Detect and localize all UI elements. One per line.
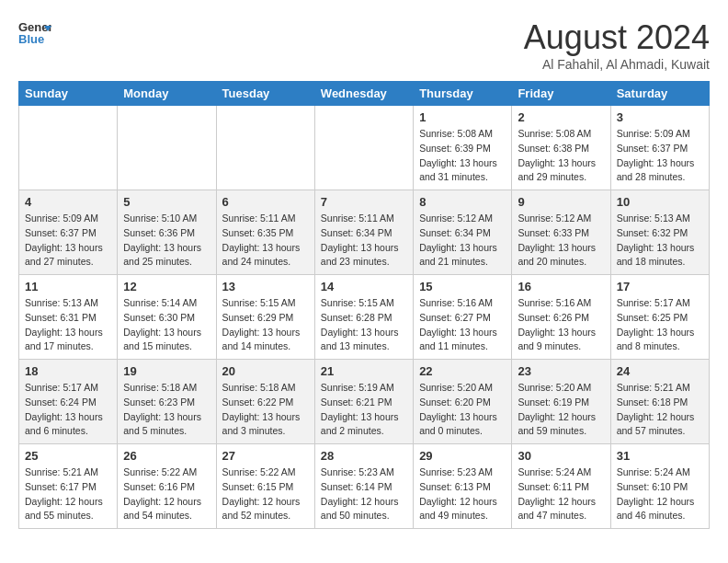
- day-number: 12: [123, 280, 210, 293]
- day-info: Sunrise: 5:08 AM Sunset: 6:38 PM Dayligh…: [518, 127, 604, 185]
- day-cell-21: 21Sunrise: 5:19 AM Sunset: 6:21 PM Dayli…: [314, 360, 413, 444]
- day-number: 25: [25, 449, 111, 463]
- week-row: 11Sunrise: 5:13 AM Sunset: 6:31 PM Dayli…: [19, 275, 710, 360]
- day-number: 17: [617, 280, 703, 293]
- day-info: Sunrise: 5:13 AM Sunset: 6:32 PM Dayligh…: [617, 212, 703, 270]
- day-info: Sunrise: 5:08 AM Sunset: 6:39 PM Dayligh…: [419, 127, 506, 185]
- day-info: Sunrise: 5:09 AM Sunset: 6:37 PM Dayligh…: [617, 127, 703, 185]
- day-number: 1: [419, 110, 506, 124]
- day-number: 14: [321, 280, 407, 293]
- day-cell-12: 12Sunrise: 5:14 AM Sunset: 6:30 PM Dayli…: [118, 275, 216, 360]
- day-number: 21: [321, 364, 407, 378]
- calendar-table: SundayMondayTuesdayWednesdayThursdayFrid…: [18, 81, 710, 529]
- day-cell-empty: [314, 106, 413, 190]
- day-cell-29: 29Sunrise: 5:23 AM Sunset: 6:13 PM Dayli…: [414, 444, 512, 529]
- day-info: Sunrise: 5:24 AM Sunset: 6:11 PM Dayligh…: [518, 465, 604, 523]
- day-cell-4: 4Sunrise: 5:09 AM Sunset: 6:37 PM Daylig…: [19, 190, 118, 275]
- day-cell-20: 20Sunrise: 5:18 AM Sunset: 6:22 PM Dayli…: [216, 360, 314, 444]
- day-info: Sunrise: 5:21 AM Sunset: 6:17 PM Dayligh…: [25, 465, 111, 523]
- day-number: 6: [222, 195, 309, 209]
- day-cell-28: 28Sunrise: 5:23 AM Sunset: 6:14 PM Dayli…: [314, 444, 413, 529]
- day-header-saturday: Saturday: [610, 82, 709, 106]
- day-cell-15: 15Sunrise: 5:16 AM Sunset: 6:27 PM Dayli…: [414, 275, 512, 360]
- day-number: 24: [617, 364, 703, 378]
- day-info: Sunrise: 5:20 AM Sunset: 6:20 PM Dayligh…: [419, 381, 506, 439]
- day-cell-13: 13Sunrise: 5:15 AM Sunset: 6:29 PM Dayli…: [216, 275, 314, 360]
- day-info: Sunrise: 5:18 AM Sunset: 6:22 PM Dayligh…: [222, 381, 309, 439]
- day-number: 9: [518, 195, 604, 209]
- day-cell-14: 14Sunrise: 5:15 AM Sunset: 6:28 PM Dayli…: [314, 275, 413, 360]
- day-cell-8: 8Sunrise: 5:12 AM Sunset: 6:34 PM Daylig…: [414, 190, 512, 275]
- day-cell-5: 5Sunrise: 5:10 AM Sunset: 6:36 PM Daylig…: [118, 190, 216, 275]
- day-info: Sunrise: 5:13 AM Sunset: 6:31 PM Dayligh…: [25, 296, 111, 354]
- day-number: 4: [25, 195, 111, 209]
- day-cell-24: 24Sunrise: 5:21 AM Sunset: 6:18 PM Dayli…: [610, 360, 709, 444]
- day-info: Sunrise: 5:09 AM Sunset: 6:37 PM Dayligh…: [25, 212, 111, 270]
- week-row: 1Sunrise: 5:08 AM Sunset: 6:39 PM Daylig…: [19, 106, 710, 190]
- day-info: Sunrise: 5:11 AM Sunset: 6:34 PM Dayligh…: [321, 212, 407, 270]
- day-number: 18: [25, 364, 111, 378]
- day-cell-26: 26Sunrise: 5:22 AM Sunset: 6:16 PM Dayli…: [118, 444, 216, 529]
- day-cell-7: 7Sunrise: 5:11 AM Sunset: 6:34 PM Daylig…: [314, 190, 413, 275]
- day-info: Sunrise: 5:22 AM Sunset: 6:15 PM Dayligh…: [222, 465, 309, 523]
- day-header-wednesday: Wednesday: [314, 82, 413, 106]
- title-block: August 2024 Al Fahahil, Al Ahmadi, Kuwai…: [524, 18, 710, 72]
- day-info: Sunrise: 5:18 AM Sunset: 6:23 PM Dayligh…: [123, 381, 210, 439]
- day-cell-1: 1Sunrise: 5:08 AM Sunset: 6:39 PM Daylig…: [414, 106, 512, 190]
- logo: General Blue: [18, 18, 51, 46]
- header-row: SundayMondayTuesdayWednesdayThursdayFrid…: [19, 82, 710, 106]
- day-info: Sunrise: 5:17 AM Sunset: 6:24 PM Dayligh…: [25, 381, 111, 439]
- day-info: Sunrise: 5:15 AM Sunset: 6:29 PM Dayligh…: [222, 296, 309, 354]
- day-number: 10: [617, 195, 703, 209]
- day-number: 3: [617, 110, 703, 124]
- day-number: 30: [518, 449, 604, 463]
- day-cell-27: 27Sunrise: 5:22 AM Sunset: 6:15 PM Dayli…: [216, 444, 314, 529]
- day-info: Sunrise: 5:15 AM Sunset: 6:28 PM Dayligh…: [321, 296, 407, 354]
- day-number: 29: [419, 449, 506, 463]
- day-info: Sunrise: 5:10 AM Sunset: 6:36 PM Dayligh…: [123, 212, 210, 270]
- day-info: Sunrise: 5:16 AM Sunset: 6:27 PM Dayligh…: [419, 296, 506, 354]
- day-cell-6: 6Sunrise: 5:11 AM Sunset: 6:35 PM Daylig…: [216, 190, 314, 275]
- day-number: 5: [123, 195, 210, 209]
- day-info: Sunrise: 5:21 AM Sunset: 6:18 PM Dayligh…: [617, 381, 703, 439]
- day-number: 16: [518, 280, 604, 293]
- day-number: 11: [25, 280, 111, 293]
- day-number: 20: [222, 364, 309, 378]
- day-info: Sunrise: 5:17 AM Sunset: 6:25 PM Dayligh…: [617, 296, 703, 354]
- day-number: 8: [419, 195, 506, 209]
- day-header-tuesday: Tuesday: [216, 82, 314, 106]
- day-cell-empty: [19, 106, 118, 190]
- month-title: August 2024: [524, 18, 710, 57]
- day-number: 22: [419, 364, 506, 378]
- day-cell-3: 3Sunrise: 5:09 AM Sunset: 6:37 PM Daylig…: [610, 106, 709, 190]
- day-cell-9: 9Sunrise: 5:12 AM Sunset: 6:33 PM Daylig…: [512, 190, 610, 275]
- day-cell-2: 2Sunrise: 5:08 AM Sunset: 6:38 PM Daylig…: [512, 106, 610, 190]
- day-cell-11: 11Sunrise: 5:13 AM Sunset: 6:31 PM Dayli…: [19, 275, 118, 360]
- day-number: 15: [419, 280, 506, 293]
- day-info: Sunrise: 5:14 AM Sunset: 6:30 PM Dayligh…: [123, 296, 210, 354]
- day-header-sunday: Sunday: [19, 82, 118, 106]
- day-info: Sunrise: 5:24 AM Sunset: 6:10 PM Dayligh…: [617, 465, 703, 523]
- day-cell-empty: [118, 106, 216, 190]
- day-number: 7: [321, 195, 407, 209]
- day-header-friday: Friday: [512, 82, 610, 106]
- day-cell-31: 31Sunrise: 5:24 AM Sunset: 6:10 PM Dayli…: [610, 444, 709, 529]
- day-cell-empty: [216, 106, 314, 190]
- day-cell-30: 30Sunrise: 5:24 AM Sunset: 6:11 PM Dayli…: [512, 444, 610, 529]
- day-info: Sunrise: 5:12 AM Sunset: 6:34 PM Dayligh…: [419, 212, 506, 270]
- day-info: Sunrise: 5:23 AM Sunset: 6:14 PM Dayligh…: [321, 465, 407, 523]
- day-number: 23: [518, 364, 604, 378]
- day-number: 31: [617, 449, 703, 463]
- day-cell-16: 16Sunrise: 5:16 AM Sunset: 6:26 PM Dayli…: [512, 275, 610, 360]
- day-info: Sunrise: 5:20 AM Sunset: 6:19 PM Dayligh…: [518, 381, 604, 439]
- day-number: 28: [321, 449, 407, 463]
- day-info: Sunrise: 5:22 AM Sunset: 6:16 PM Dayligh…: [123, 465, 210, 523]
- day-number: 19: [123, 364, 210, 378]
- day-cell-19: 19Sunrise: 5:18 AM Sunset: 6:23 PM Dayli…: [118, 360, 216, 444]
- day-cell-23: 23Sunrise: 5:20 AM Sunset: 6:19 PM Dayli…: [512, 360, 610, 444]
- day-info: Sunrise: 5:23 AM Sunset: 6:13 PM Dayligh…: [419, 465, 506, 523]
- day-cell-17: 17Sunrise: 5:17 AM Sunset: 6:25 PM Dayli…: [610, 275, 709, 360]
- week-row: 25Sunrise: 5:21 AM Sunset: 6:17 PM Dayli…: [19, 444, 710, 529]
- day-cell-18: 18Sunrise: 5:17 AM Sunset: 6:24 PM Dayli…: [19, 360, 118, 444]
- day-number: 13: [222, 280, 309, 293]
